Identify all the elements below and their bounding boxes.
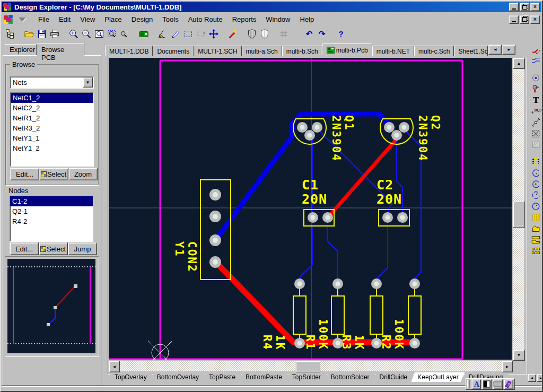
board-viewer-button[interactable] xyxy=(137,28,150,40)
deselect-button[interactable] xyxy=(195,28,207,40)
arc-angle-button[interactable] xyxy=(530,189,542,201)
doc-tab[interactable]: multi-c.Sch xyxy=(414,46,454,56)
document-icon[interactable] xyxy=(4,15,13,24)
place-via-button[interactable] xyxy=(530,83,542,94)
magnify-point-button[interactable] xyxy=(118,28,131,40)
menu-auto-route[interactable]: Auto Route xyxy=(183,14,227,25)
tab-scroll-left-button[interactable]: ◄ xyxy=(488,45,502,55)
menu-edit[interactable]: Edit xyxy=(54,14,75,25)
multiple-traces-button[interactable] xyxy=(530,55,542,66)
arc-center-button[interactable] xyxy=(530,178,542,189)
hatched-fill-button[interactable] xyxy=(530,139,542,150)
full-circle-button[interactable] xyxy=(530,201,542,212)
undo-button[interactable]: ↶ xyxy=(303,28,316,40)
net-zoom-button[interactable]: Zoom xyxy=(68,168,98,180)
board-minimap[interactable] xyxy=(5,256,99,357)
tab-explorer[interactable]: Explorer xyxy=(5,44,37,55)
menu-help[interactable]: Help xyxy=(295,14,319,25)
doc-tab[interactable]: Sheet1.Sch xyxy=(454,46,488,56)
split-plane-button[interactable] xyxy=(530,234,542,245)
layer-tab[interactable]: DrillGuide xyxy=(373,372,414,382)
save-button[interactable] xyxy=(36,28,48,40)
menu-place[interactable]: Place xyxy=(100,14,127,25)
menu-reports[interactable]: Reports xyxy=(227,14,261,25)
layer-tab[interactable]: TopPaste xyxy=(203,372,242,382)
title-bar[interactable]: Design Explorer - [C:\My Documents\MULTI… xyxy=(2,2,541,12)
contrast-button[interactable] xyxy=(482,379,492,389)
horizontal-scrollbar[interactable]: ◄ ► xyxy=(109,361,512,371)
layer-tab[interactable]: TopSolder xyxy=(286,372,327,382)
mdi-minimize-button[interactable] xyxy=(509,15,519,24)
tab-scroll-right-button[interactable]: ► xyxy=(502,45,515,55)
layer-tab-active[interactable]: KeepOutLayer xyxy=(411,372,465,382)
print-button[interactable] xyxy=(48,28,61,40)
drop-arrow-icon[interactable] xyxy=(19,18,26,22)
place-coordinate-button[interactable]: +10,10 xyxy=(530,106,542,117)
net-list-item[interactable]: NetR1_2 xyxy=(11,113,93,123)
mdi-close-button[interactable]: × xyxy=(530,15,540,24)
layer-tab[interactable]: BottomOverlay xyxy=(151,372,205,382)
dropdown-arrow-button[interactable]: ▼ xyxy=(83,77,93,88)
menu-window[interactable]: Window xyxy=(261,14,295,25)
net-list-item[interactable]: NetY1_1 xyxy=(11,133,93,143)
help-book-button[interactable]: ? xyxy=(504,379,513,389)
net-list-item[interactable]: NetC1_2 xyxy=(11,93,93,103)
zoom-in-button[interactable] xyxy=(67,28,80,40)
net-list-item[interactable]: NetR3_2 xyxy=(11,123,93,133)
zoom-window-button[interactable] xyxy=(93,28,106,40)
place-component-button[interactable] xyxy=(530,156,542,167)
net-edit-button[interactable]: Edit... xyxy=(10,168,39,180)
zoom-out-button[interactable] xyxy=(80,28,93,40)
net-list[interactable]: NetC1_2 NetC2_2 NetR1_2 NetR3_2 NetY1_1 … xyxy=(10,92,94,167)
minimize-button[interactable] xyxy=(509,3,519,11)
restore-button[interactable] xyxy=(520,3,529,11)
scroll-left-button[interactable]: ◄ xyxy=(109,361,120,372)
unroute-button[interactable] xyxy=(156,28,169,40)
place-pad-button[interactable] xyxy=(530,72,542,83)
toggle-grid-button[interactable] xyxy=(277,28,290,40)
menu-file[interactable]: File xyxy=(33,14,54,25)
place-fill-button[interactable] xyxy=(530,212,542,223)
node-select-button[interactable]: Select xyxy=(39,242,68,255)
shield-fill-button[interactable] xyxy=(246,28,258,40)
node-edit-button[interactable]: Edit... xyxy=(10,242,39,255)
net-select-button[interactable]: Select xyxy=(39,168,68,180)
arc-edge-button[interactable] xyxy=(530,167,542,178)
redo-button[interactable]: ↷ xyxy=(316,28,328,40)
node-list[interactable]: C1-2 Q2-1 R4-2 xyxy=(10,196,93,242)
doc-tab[interactable]: MULTI-1.DDB xyxy=(105,46,153,56)
node-list-item[interactable]: R4-2 xyxy=(10,216,93,227)
scroll-right-button[interactable]: ► xyxy=(502,361,513,372)
mdi-restore-button[interactable] xyxy=(520,15,529,24)
node-jump-button[interactable]: Jump xyxy=(68,242,97,255)
shield-clear-button[interactable] xyxy=(258,28,271,40)
scroll-down-button[interactable]: ▼ xyxy=(513,350,525,361)
doc-tab[interactable]: multi-a.Sch xyxy=(242,46,282,56)
tab-browse-pcb[interactable]: Browse PCB xyxy=(37,43,84,56)
doc-tab[interactable]: multi-b.NET xyxy=(372,46,414,56)
pad-array-button[interactable] xyxy=(530,245,542,256)
layer-tab[interactable]: TopOverlay xyxy=(108,372,153,382)
menu-view[interactable]: View xyxy=(75,14,100,25)
doc-tab[interactable]: MULTI-1.SCH xyxy=(194,46,241,56)
close-button[interactable]: × xyxy=(530,3,540,11)
open-document-button[interactable] xyxy=(23,28,36,40)
net-list-item[interactable]: NetY1_2 xyxy=(11,143,93,153)
place-dimension-button[interactable] xyxy=(530,117,542,128)
vertical-scroll-thumb[interactable] xyxy=(513,201,525,228)
move-object-button[interactable] xyxy=(207,28,220,40)
menu-tools[interactable]: Tools xyxy=(157,14,183,25)
node-list-item[interactable]: Q2-1 xyxy=(10,206,93,216)
polygon-plane-button[interactable] xyxy=(530,223,542,234)
wizard-pen-button[interactable] xyxy=(226,28,239,40)
explorer-tree-button[interactable] xyxy=(4,28,16,40)
scroll-up-button[interactable]: ▲ xyxy=(513,58,525,69)
toolbar-grip[interactable] xyxy=(467,380,470,388)
select-area-button[interactable] xyxy=(182,28,195,40)
net-list-item[interactable]: NetC2_2 xyxy=(11,103,93,113)
menu-design[interactable]: Design xyxy=(127,14,157,25)
draw-wire-button[interactable] xyxy=(169,28,182,40)
place-string-button[interactable]: T xyxy=(530,94,542,106)
doc-tab-active[interactable]: multi-b.Pcb xyxy=(322,43,372,56)
node-list-item[interactable]: C1-2 xyxy=(10,196,93,206)
